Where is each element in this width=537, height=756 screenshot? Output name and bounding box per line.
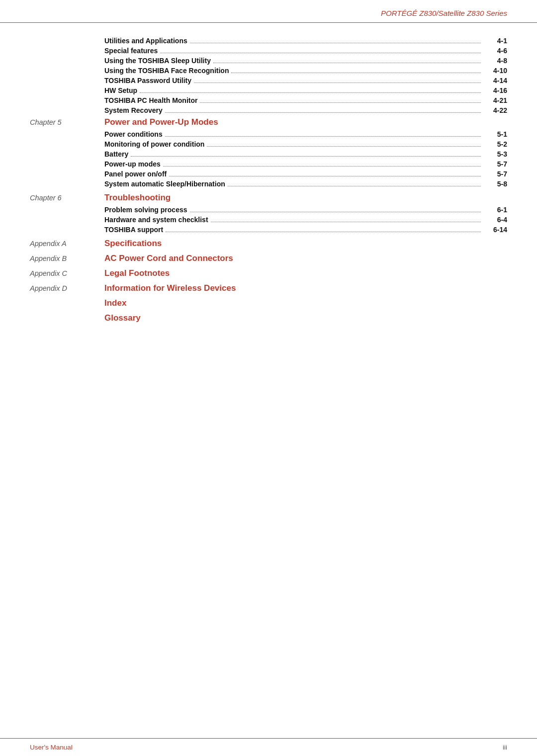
footer-page-number: iii [503,744,507,751]
index-row: Index [104,298,507,308]
toc-item-label: Problem solving process [104,206,187,214]
toc-item-label: Utilities and Applications [104,37,187,45]
toc-item: Using the TOSHIBA Face Recognition4-10 [104,67,507,75]
toc-item-label: System automatic Sleep/Hibernation [104,180,225,188]
toc-page-number: 4-10 [483,67,507,75]
glossary-row: Glossary [104,313,507,323]
toc-item: Battery5-3 [104,150,507,158]
toc-dots [190,43,481,44]
header-title: PORTÉGÉ Z830/Satellite Z830 Series [381,9,507,17]
chapter5-content: Power and Power-Up Modes Power condition… [104,117,507,190]
toc-group-chapter4-tail: Utilities and Applications4-1Special fea… [104,37,507,114]
toc-item-label: HW Setup [104,86,137,94]
appendix-b-heading: AC Power Cord and Connectors [104,253,233,263]
toc-item: Power conditions5-1 [104,130,507,138]
toc-page-number: 4-21 [483,96,507,104]
toc-dots [200,102,481,104]
toc-item: Problem solving process6-1 [104,206,507,214]
toc-page-number: 4-1 [483,37,507,45]
toc-item: Power-up modes5-7 [104,160,507,168]
appendix-b-row: Appendix B AC Power Cord and Connectors [30,253,507,263]
toc-item-label: Using the TOSHIBA Sleep Utility [104,57,211,65]
toc-item: Monitoring of power condition5-2 [104,140,507,148]
toc-dots [190,212,481,213]
footer-left-label: User's Manual [30,744,73,751]
toc-page-number: 6-14 [483,226,507,234]
page-container: PORTÉGÉ Z830/Satellite Z830 Series Utili… [0,0,537,756]
toc-page-number: 5-8 [483,180,507,188]
appendix-a-heading: Specifications [104,239,162,249]
chapter6-content: Troubleshooting Problem solving process6… [104,193,507,236]
page-header: PORTÉGÉ Z830/Satellite Z830 Series [0,0,537,23]
toc-item: Utilities and Applications4-1 [104,37,507,45]
toc-item-label: Battery [104,150,128,158]
toc-item-label: Hardware and system checklist [104,216,208,224]
appendix-c-heading: Legal Footnotes [104,268,170,278]
glossary-heading: Glossary [104,313,507,323]
page-footer: User's Manual iii [0,738,537,756]
toc-item-label: Monitoring of power condition [104,140,204,148]
toc-chapter5: Chapter 5 Power and Power-Up Modes Power… [30,117,507,190]
toc-item: Panel power on/off5-7 [104,170,507,178]
toc-page-number: 5-3 [483,150,507,158]
toc-dots [160,53,481,54]
appendix-c-label: Appendix C [30,268,104,278]
toc-dots [163,166,481,168]
toc-dots [207,146,481,148]
toc-page-number: 5-2 [483,140,507,148]
toc-dots [165,136,481,138]
appendix-d-heading: Information for Wireless Devices [104,283,236,293]
toc-item: Special features4-6 [104,47,507,55]
toc-item-label: Special features [104,47,158,55]
toc-item: System automatic Sleep/Hibernation5-8 [104,180,507,188]
chapter5-label: Chapter 5 [30,117,104,190]
toc-dots [169,176,481,177]
index-heading: Index [104,298,507,308]
toc-dots [131,156,481,158]
toc-item-label: System Recovery [104,106,163,114]
toc-item: System Recovery4-22 [104,106,507,114]
toc-dots [166,232,481,233]
appendix-d-row: Appendix D Information for Wireless Devi… [30,283,507,293]
toc-item: TOSHIBA PC Health Monitor4-21 [104,96,507,104]
appendix-a-label: Appendix A [30,239,104,249]
chapter5-heading: Power and Power-Up Modes [104,117,507,127]
appendix-b-label: Appendix B [30,253,104,263]
appendix-a-row: Appendix A Specifications [30,239,507,249]
toc-page-number: 5-7 [483,160,507,168]
toc-main-content: Utilities and Applications4-1Special fea… [0,23,537,738]
toc-dots [140,92,481,94]
toc-item-label: Power conditions [104,130,163,138]
toc-dots [211,222,481,223]
toc-item-label: Power-up modes [104,160,161,168]
toc-page-number: 5-1 [483,130,507,138]
toc-item: Hardware and system checklist6-4 [104,216,507,224]
toc-dots [228,186,481,187]
toc-page-number: 6-4 [483,216,507,224]
toc-item-label: TOSHIBA PC Health Monitor [104,96,197,104]
toc-item-label: Panel power on/off [104,170,167,178]
toc-page-number: 4-16 [483,86,507,94]
toc-item: TOSHIBA support6-14 [104,226,507,234]
toc-page-number: 5-7 [483,170,507,178]
toc-item: Using the TOSHIBA Sleep Utility4-8 [104,57,507,65]
toc-page-number: 6-1 [483,206,507,214]
toc-item-label: Using the TOSHIBA Face Recognition [104,67,229,75]
toc-chapter6: Chapter 6 Troubleshooting Problem solvin… [30,193,507,236]
toc-item-label: TOSHIBA Password Utility [104,77,191,84]
toc-page-number: 4-6 [483,47,507,55]
toc-item: HW Setup4-16 [104,86,507,94]
toc-page-number: 4-22 [483,106,507,114]
appendix-c-row: Appendix C Legal Footnotes [30,268,507,278]
toc-dots [194,83,481,84]
toc-dots [213,63,481,64]
chapter6-label: Chapter 6 [30,193,104,236]
toc-item-label: TOSHIBA support [104,226,163,234]
toc-page-number: 4-8 [483,57,507,65]
toc-dots [231,73,481,74]
toc-item: TOSHIBA Password Utility4-14 [104,77,507,84]
toc-dots [165,112,481,114]
toc-page-number: 4-14 [483,77,507,84]
chapter6-heading: Troubleshooting [104,193,507,203]
appendix-d-label: Appendix D [30,283,104,293]
